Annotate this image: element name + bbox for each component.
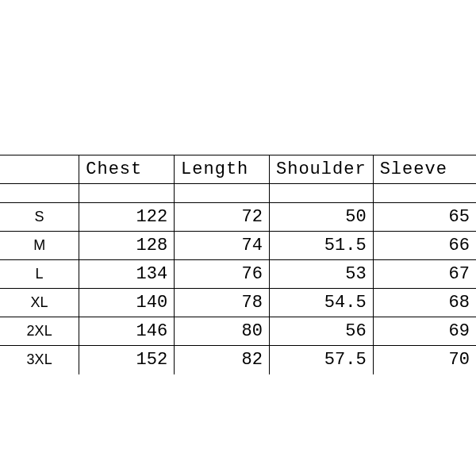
cell-length: 80	[175, 317, 270, 346]
cell-sleeve: 65	[373, 203, 476, 232]
cell-shoulder: 51.5	[270, 232, 374, 260]
cell-size: 2XL	[0, 317, 79, 346]
header-sleeve: Sleeve	[373, 155, 476, 184]
cell-size: M	[0, 232, 79, 260]
cell-length: 82	[175, 346, 270, 374]
table-row: XL 140 78 54.5 68	[0, 289, 476, 317]
size-chart-table: Chest Length Shoulder Sleeve S 122 72 50…	[0, 155, 476, 374]
cell-shoulder: 54.5	[270, 289, 374, 317]
header-size	[0, 155, 79, 184]
header-chest: Chest	[79, 155, 175, 184]
cell-chest: 146	[79, 317, 175, 346]
table-row: L 134 76 53 67	[0, 260, 476, 289]
table-row: 2XL 146 80 56 69	[0, 317, 476, 346]
table-row: 3XL 152 82 57.5 70	[0, 346, 476, 374]
cell-sleeve: 69	[373, 317, 476, 346]
cell-chest: 128	[79, 232, 175, 260]
table-row: M 128 74 51.5 66	[0, 232, 476, 260]
table-row: S 122 72 50 65	[0, 203, 476, 232]
cell-length: 78	[175, 289, 270, 317]
header-shoulder: Shoulder	[270, 155, 374, 184]
header-row: Chest Length Shoulder Sleeve	[0, 155, 476, 184]
cell-size: L	[0, 260, 79, 289]
cell-sleeve: 66	[373, 232, 476, 260]
cell-chest: 152	[79, 346, 175, 374]
cell-length: 72	[175, 203, 270, 232]
cell-size: XL	[0, 289, 79, 317]
cell-shoulder: 53	[270, 260, 374, 289]
cell-length: 76	[175, 260, 270, 289]
cell-shoulder: 56	[270, 317, 374, 346]
cell-chest: 122	[79, 203, 175, 232]
cell-shoulder: 50	[270, 203, 374, 232]
cell-shoulder: 57.5	[270, 346, 374, 374]
header-length: Length	[175, 155, 270, 184]
cell-size: 3XL	[0, 346, 79, 374]
cell-sleeve: 67	[373, 260, 476, 289]
cell-sleeve: 68	[373, 289, 476, 317]
spacer-row	[0, 184, 476, 203]
cell-sleeve: 70	[373, 346, 476, 374]
cell-chest: 134	[79, 260, 175, 289]
cell-length: 74	[175, 232, 270, 260]
cell-chest: 140	[79, 289, 175, 317]
cell-size: S	[0, 203, 79, 232]
